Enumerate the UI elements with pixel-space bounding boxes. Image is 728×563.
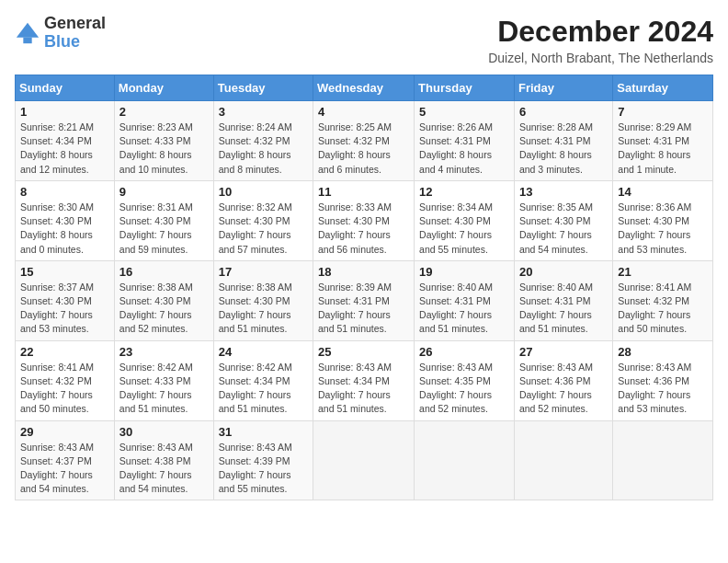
column-header-tuesday: Tuesday [213,75,313,101]
sunset-label: Sunset: 4:30 PM [219,215,290,226]
sunset-label: Sunset: 4:30 PM [618,215,689,226]
title-area: December 2024 Duizel, North Brabant, The… [488,15,713,65]
sunrise-label: Sunrise: 8:39 AM [318,282,392,293]
calendar-cell: 3 Sunrise: 8:24 AM Sunset: 4:32 PM Dayli… [213,101,313,181]
sunrise-label: Sunrise: 8:31 AM [119,201,193,213]
daylight-label: Daylight: 7 hours and 53 minutes. [618,389,690,414]
logo-blue: Blue [44,32,80,51]
day-number: 21 [618,265,708,279]
day-info: Sunrise: 8:43 AM Sunset: 4:36 PM Dayligh… [618,361,708,417]
sunset-label: Sunset: 4:30 PM [519,215,591,226]
sunset-label: Sunset: 4:30 PM [219,295,290,306]
column-header-sunday: Sunday [16,75,115,101]
calendar-cell [514,420,612,500]
calendar-week-row: 15 Sunrise: 8:37 AM Sunset: 4:30 PM Dayl… [16,260,713,340]
daylight-label: Daylight: 7 hours and 53 minutes. [20,309,93,334]
sunrise-label: Sunrise: 8:42 AM [119,362,193,373]
calendar-cell: 19 Sunrise: 8:40 AM Sunset: 4:31 PM Dayl… [415,260,515,340]
logo-general: General [44,14,106,32]
daylight-label: Daylight: 8 hours and 3 minutes. [519,149,592,174]
main-title: December 2024 [488,15,713,49]
day-number: 4 [318,105,409,119]
day-number: 24 [219,345,308,359]
column-header-thursday: Thursday [415,75,515,101]
day-info: Sunrise: 8:43 AM Sunset: 4:38 PM Dayligh… [119,441,209,497]
day-info: Sunrise: 8:40 AM Sunset: 4:31 PM Dayligh… [519,281,608,337]
logo: General Blue [15,15,106,52]
sunset-label: Sunset: 4:30 PM [119,215,191,226]
sunrise-label: Sunrise: 8:41 AM [20,362,94,373]
calendar-cell: 14 Sunrise: 8:36 AM Sunset: 4:30 PM Dayl… [613,180,713,260]
sunset-label: Sunset: 4:34 PM [20,135,92,146]
daylight-label: Daylight: 7 hours and 51 minutes. [318,389,391,414]
sunrise-label: Sunrise: 8:21 AM [20,121,94,132]
calendar-cell: 24 Sunrise: 8:42 AM Sunset: 4:34 PM Dayl… [213,340,313,420]
daylight-label: Daylight: 7 hours and 51 minutes. [318,309,391,334]
sunset-label: Sunset: 4:33 PM [119,135,191,146]
column-header-wednesday: Wednesday [313,75,415,101]
sunset-label: Sunset: 4:32 PM [20,375,92,386]
day-number: 28 [618,345,708,359]
calendar-cell: 9 Sunrise: 8:31 AM Sunset: 4:30 PM Dayli… [114,180,213,260]
day-number: 14 [618,185,708,199]
sunrise-label: Sunrise: 8:42 AM [219,362,292,373]
calendar-cell: 2 Sunrise: 8:23 AM Sunset: 4:33 PM Dayli… [114,101,213,181]
day-info: Sunrise: 8:21 AM Sunset: 4:34 PM Dayligh… [20,121,109,177]
day-number: 23 [119,345,209,359]
sunrise-label: Sunrise: 8:38 AM [219,282,292,293]
daylight-label: Daylight: 8 hours and 12 minutes. [20,149,93,174]
day-number: 13 [519,185,608,199]
sunrise-label: Sunrise: 8:28 AM [519,121,593,132]
sunrise-label: Sunrise: 8:43 AM [519,362,593,373]
daylight-label: Daylight: 7 hours and 59 minutes. [119,229,192,254]
calendar-cell: 30 Sunrise: 8:43 AM Sunset: 4:38 PM Dayl… [114,420,213,500]
calendar-cell: 29 Sunrise: 8:43 AM Sunset: 4:37 PM Dayl… [16,420,115,500]
column-header-saturday: Saturday [613,75,713,101]
calendar-cell: 21 Sunrise: 8:41 AM Sunset: 4:32 PM Dayl… [613,260,713,340]
column-header-friday: Friday [514,75,612,101]
sunset-label: Sunset: 4:37 PM [20,455,92,466]
daylight-label: Daylight: 8 hours and 1 minute. [618,149,690,174]
sunset-label: Sunset: 4:32 PM [318,135,390,146]
calendar-cell: 15 Sunrise: 8:37 AM Sunset: 4:30 PM Dayl… [16,260,115,340]
day-number: 5 [419,105,509,119]
sunrise-label: Sunrise: 8:40 AM [419,282,493,293]
sunset-label: Sunset: 4:39 PM [219,455,290,466]
calendar-cell: 1 Sunrise: 8:21 AM Sunset: 4:34 PM Dayli… [16,101,115,181]
day-number: 12 [419,185,509,199]
day-info: Sunrise: 8:39 AM Sunset: 4:31 PM Dayligh… [318,281,409,337]
column-header-monday: Monday [114,75,213,101]
daylight-label: Daylight: 8 hours and 4 minutes. [419,149,492,174]
daylight-label: Daylight: 8 hours and 8 minutes. [219,149,291,174]
daylight-label: Daylight: 7 hours and 52 minutes. [119,309,192,334]
day-info: Sunrise: 8:40 AM Sunset: 4:31 PM Dayligh… [419,281,509,337]
daylight-label: Daylight: 8 hours and 0 minutes. [20,229,93,254]
calendar-table: SundayMondayTuesdayWednesdayThursdayFrid… [15,75,713,500]
daylight-label: Daylight: 7 hours and 57 minutes. [219,229,291,254]
daylight-label: Daylight: 7 hours and 54 minutes. [20,469,93,494]
daylight-label: Daylight: 7 hours and 51 minutes. [519,309,592,334]
calendar-cell [415,420,515,500]
calendar-cell [613,420,713,500]
sunset-label: Sunset: 4:38 PM [119,455,191,466]
sunrise-label: Sunrise: 8:29 AM [618,121,691,132]
day-info: Sunrise: 8:35 AM Sunset: 4:30 PM Dayligh… [519,201,608,257]
sunset-label: Sunset: 4:31 PM [419,135,491,146]
day-info: Sunrise: 8:31 AM Sunset: 4:30 PM Dayligh… [119,201,209,257]
calendar-cell: 12 Sunrise: 8:34 AM Sunset: 4:30 PM Dayl… [415,180,515,260]
day-number: 29 [20,425,109,439]
day-number: 15 [20,265,109,279]
sunrise-label: Sunrise: 8:24 AM [219,121,292,132]
day-number: 20 [519,265,608,279]
daylight-label: Daylight: 8 hours and 6 minutes. [318,149,391,174]
sunrise-label: Sunrise: 8:33 AM [318,201,392,213]
day-info: Sunrise: 8:43 AM Sunset: 4:37 PM Dayligh… [20,441,109,497]
daylight-label: Daylight: 7 hours and 51 minutes. [119,389,192,414]
calendar-cell: 6 Sunrise: 8:28 AM Sunset: 4:31 PM Dayli… [514,101,612,181]
day-info: Sunrise: 8:43 AM Sunset: 4:35 PM Dayligh… [419,361,509,417]
calendar-cell: 13 Sunrise: 8:35 AM Sunset: 4:30 PM Dayl… [514,180,612,260]
calendar-cell: 10 Sunrise: 8:32 AM Sunset: 4:30 PM Dayl… [213,180,313,260]
sunrise-label: Sunrise: 8:37 AM [20,282,94,293]
day-number: 11 [318,185,409,199]
daylight-label: Daylight: 7 hours and 52 minutes. [419,389,492,414]
